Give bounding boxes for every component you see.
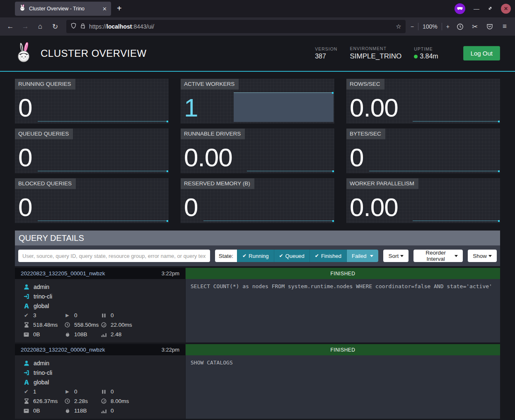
hourglass-icon [23, 398, 29, 404]
url-text[interactable]: https://localhost:8443/ui/ [89, 23, 396, 30]
state-filter-failed-dropdown[interactable]: Failed [346, 250, 378, 262]
query-header: 20220823_132205_00001_nwbzk 3:22pm [15, 268, 185, 279]
history-clock-icon[interactable] [454, 20, 466, 33]
tile-value: 0.00 [350, 95, 398, 121]
gauge-icon [101, 398, 107, 404]
bookmark-star-icon[interactable]: ☆ [396, 23, 401, 30]
queued-splits-pause-icon [101, 389, 107, 394]
chevron-down-icon [370, 255, 373, 257]
state-filter-finished[interactable]: ✔ Finished [309, 250, 346, 262]
query-search-input[interactable] [18, 250, 210, 262]
query-resource-group: global [34, 303, 49, 309]
road-icon [23, 303, 30, 309]
url-bar[interactable]: https://localhost:8443/ui/ ☆ [66, 20, 406, 33]
user-icon [23, 360, 30, 366]
stat-tiles: RUNNING QUERIES 0 ACTIVE WORKERS 1 ROWS/… [15, 79, 500, 223]
tile-runnable-drivers: RUNNABLE DRIVERS 0.00 [181, 129, 334, 173]
tile-value: 0 [350, 145, 363, 170]
flame-icon [64, 332, 70, 337]
tab-close-icon[interactable]: ✕ [102, 6, 107, 12]
zoom-in-icon[interactable]: + [446, 23, 450, 30]
window-close-button[interactable]: ✕ [501, 4, 511, 14]
check-icon: ✔ [315, 253, 319, 259]
zoom-level[interactable]: 100% [423, 23, 438, 30]
chevron-down-icon [400, 255, 404, 257]
sparkline [38, 171, 168, 171]
state-filter-running[interactable]: ✔ Running [237, 250, 274, 262]
show-dropdown[interactable]: Show [468, 250, 497, 262]
tile-bytes-sec: BYTES/SEC 0 [346, 129, 500, 173]
query-row: 20220823_132205_00001_nwbzk 3:22pm FINIS… [15, 268, 500, 342]
sparkline [369, 171, 499, 171]
window-maximize-button[interactable] [488, 6, 493, 12]
query-sql-text: SHOW CATALOGS [186, 355, 500, 419]
query-user: admin [34, 360, 49, 367]
tile-value: 0.00 [184, 145, 232, 170]
query-status-badge: FINISHED [186, 344, 500, 355]
logout-button[interactable]: Log Out [463, 46, 500, 61]
query-meta-panel: admin trino-cli [15, 279, 185, 342]
query-id-link[interactable]: 20220823_132202_00000_nwbzk [21, 347, 105, 353]
log-in-icon [23, 370, 30, 376]
equalizer-icon [101, 408, 107, 413]
tile-blocked-queries: BLOCKED QUERIES 0 [15, 178, 169, 223]
query-user: admin [34, 284, 49, 290]
browser-tab[interactable]: Cluster Overview - Trino ✕ [15, 2, 111, 16]
query-source: trino-cli [34, 369, 52, 376]
tile-value: 0 [184, 194, 198, 220]
home-icon[interactable]: ⌂ [34, 20, 46, 33]
shield-icon[interactable] [70, 22, 77, 31]
hdd-icon [23, 332, 29, 337]
query-id-link[interactable]: 20220823_132205_00001_nwbzk [21, 270, 105, 277]
sort-dropdown[interactable]: Sort [383, 250, 409, 262]
road-icon [23, 379, 30, 385]
tab-favicon-trino-bunny-icon [19, 5, 26, 13]
screenshot-scissors-icon[interactable]: ✂ [469, 20, 481, 33]
reorder-interval-dropdown[interactable]: Reorder Interval [413, 250, 463, 262]
page-header: CLUSTER OVERVIEW VERSION 387 ENVIRONMENT… [0, 36, 515, 72]
query-header: 20220823_132202_00000_nwbzk 3:22pm [15, 344, 185, 355]
query-source: trino-cli [34, 293, 52, 300]
chevron-down-icon [488, 255, 492, 257]
menu-hamburger-icon[interactable]: ≡ [498, 20, 511, 33]
log-in-icon [23, 294, 30, 299]
query-details-section: QUERY DETAILS State: ✔ Running ✔ Queued … [15, 231, 500, 419]
gauge-icon [101, 322, 107, 328]
back-icon[interactable]: ← [4, 20, 17, 33]
pocket-icon[interactable] [484, 20, 496, 33]
uptime-value: 3.84m [420, 53, 438, 60]
query-row: 20220823_132202_00000_nwbzk 3:22pm FINIS… [15, 344, 500, 419]
page-title: CLUSTER OVERVIEW [41, 48, 147, 59]
tile-reserved-memory: RESERVED MEMORY (B) 0 [181, 178, 334, 223]
sparkline-area [234, 92, 334, 122]
tile-value: 0.00 [350, 194, 398, 220]
tile-running-queries: RUNNING QUERIES 0 [15, 79, 169, 124]
user-icon [23, 284, 30, 290]
forward-icon[interactable]: → [19, 20, 31, 33]
query-resource-group: global [34, 379, 49, 386]
query-time: 3:22pm [162, 347, 179, 353]
uptime-label: UPTIME [414, 46, 438, 51]
tile-value: 0 [18, 145, 32, 170]
state-label: State: [215, 250, 237, 262]
tile-value: 1 [184, 95, 198, 121]
check-icon: ✔ [279, 253, 283, 259]
private-browsing-icon [455, 3, 465, 14]
lock-warning-icon[interactable] [80, 23, 86, 31]
browser-tab-bar: Cluster Overview - Trino ✕ + — ✕ [0, 0, 515, 17]
tile-active-workers: ACTIVE WORKERS 1 [181, 79, 334, 124]
window-minimize-button[interactable]: — [474, 5, 479, 12]
chevron-down-icon [455, 255, 458, 257]
completed-splits-icon: ✔ [23, 312, 29, 318]
clock-icon [64, 398, 70, 404]
zoom-out-icon[interactable]: − [411, 23, 414, 30]
new-tab-button[interactable]: + [117, 4, 122, 13]
state-filter-queued[interactable]: ✔ Queued [274, 250, 309, 262]
tile-value: 0 [18, 95, 32, 121]
flame-icon [64, 408, 70, 413]
trino-logo [15, 42, 33, 65]
sparkline [413, 121, 499, 121]
sparkline [38, 121, 168, 121]
equalizer-icon [101, 332, 107, 337]
reload-icon[interactable]: ↻ [49, 20, 61, 33]
